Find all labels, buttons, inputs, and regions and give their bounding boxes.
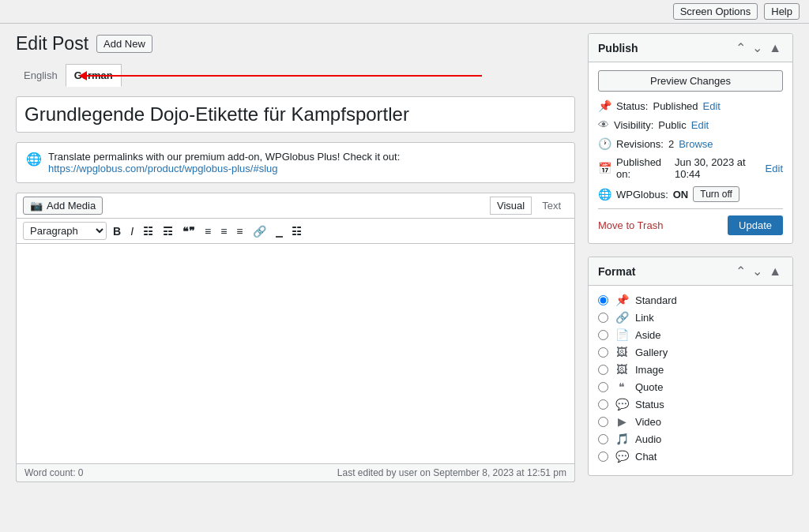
screen-options-bar: Screen Options Help: [0, 0, 809, 24]
horizontal-rule-button[interactable]: ⎯: [273, 223, 285, 239]
ordered-list-button[interactable]: ☶: [160, 223, 176, 239]
help-button[interactable]: Help: [764, 3, 800, 20]
calendar-icon: 📅: [598, 162, 611, 174]
format-box-body: 📌Standard🔗Link📄Aside🖼Gallery🖼Image❝Quote…: [589, 286, 792, 475]
editor-top-toolbar: 📷 Add Media Visual Text: [16, 193, 575, 218]
format-option-quote: ❝Quote: [598, 380, 783, 393]
publish-toggle-button[interactable]: ▲: [767, 41, 783, 55]
paragraph-select[interactable]: Paragraph Heading 1 Heading 2 Heading 3 …: [23, 222, 107, 240]
format-radio-video[interactable]: [598, 417, 608, 427]
format-label-aside[interactable]: Aside: [635, 329, 661, 341]
main-content: Edit Post Add New English German 🌐 Trans…: [0, 24, 809, 498]
publish-box-body: Preview Changes 📌 Status: Published Edit…: [589, 62, 792, 243]
editor-body[interactable]: [16, 243, 575, 464]
format-label-image[interactable]: Image: [635, 364, 664, 376]
toolbar-toggle-button[interactable]: ☷: [288, 223, 305, 239]
update-button[interactable]: Update: [728, 215, 783, 235]
red-arrow-indicator: [79, 71, 482, 81]
wpglobus-turn-off-button[interactable]: Turn off: [693, 186, 739, 202]
format-radio-quote[interactable]: [598, 382, 608, 392]
format-icon-video: ▶: [615, 415, 629, 428]
format-label-gallery[interactable]: Gallery: [635, 347, 668, 358]
format-option-video: ▶Video: [598, 415, 783, 428]
format-radio-image[interactable]: [598, 365, 608, 375]
publish-box-header: Publish ⌃ ⌄ ▲: [589, 34, 792, 62]
format-radio-chat[interactable]: [598, 451, 608, 462]
format-label-audio[interactable]: Audio: [635, 433, 661, 445]
preview-changes-button[interactable]: Preview Changes: [598, 70, 783, 92]
published-on-edit-link[interactable]: Edit: [766, 163, 783, 174]
wpglobus-label: WPGlobus:: [616, 189, 668, 200]
format-label-standard[interactable]: Standard: [635, 294, 677, 306]
format-label-quote[interactable]: Quote: [635, 381, 663, 393]
visibility-value: Public: [658, 119, 686, 131]
permalink-link[interactable]: https://wpglobus.com/product/wpglobus-pl…: [48, 163, 278, 174]
post-title-input[interactable]: [16, 96, 575, 133]
format-icon-gallery: 🖼: [615, 346, 629, 358]
arrow-line: [87, 75, 482, 77]
format-icon-audio: 🎵: [615, 433, 629, 445]
wpglobus-status: ON: [673, 189, 689, 200]
format-collapse-up-button[interactable]: ⌃: [734, 264, 747, 279]
format-label-chat[interactable]: Chat: [635, 451, 657, 463]
add-media-button[interactable]: 📷 Add Media: [23, 197, 103, 215]
align-left-button[interactable]: ≡: [201, 223, 214, 239]
visibility-edit-link[interactable]: Edit: [691, 119, 709, 131]
editor-footer: Word count: 0 Last edited by user on Sep…: [16, 464, 575, 482]
tab-visual[interactable]: Visual: [490, 197, 532, 215]
format-collapse-down-button[interactable]: ⌄: [751, 264, 764, 279]
format-radio-link[interactable]: [598, 313, 608, 323]
revisions-icon: 🕐: [598, 137, 611, 150]
format-radio-status[interactable]: [598, 399, 608, 410]
format-option-image: 🖼Image: [598, 363, 783, 376]
status-edit-link[interactable]: Edit: [703, 100, 721, 112]
format-option-audio: 🎵Audio: [598, 433, 783, 445]
bold-button[interactable]: B: [110, 223, 124, 239]
revisions-browse-link[interactable]: Browse: [679, 138, 713, 150]
page-title-row: Edit Post Add New: [16, 33, 575, 54]
publish-revisions-row: 🕐 Revisions: 2 Browse: [598, 137, 783, 150]
format-radio-aside[interactable]: [598, 330, 608, 340]
permalink-text: Translate permalinks with our premium ad…: [48, 151, 565, 174]
format-icon-quote: ❝: [615, 380, 629, 393]
revisions-value: 2: [668, 138, 674, 150]
format-radio-audio[interactable]: [598, 434, 608, 444]
unordered-list-button[interactable]: ☷: [140, 223, 156, 239]
screen-options-button[interactable]: Screen Options: [673, 3, 758, 20]
italic-button[interactable]: I: [127, 223, 137, 239]
format-icon-link: 🔗: [615, 311, 629, 324]
published-on-value: Jun 30, 2023 at 10:44: [675, 156, 761, 180]
move-to-trash-link[interactable]: Move to Trash: [598, 219, 663, 231]
format-icon-chat: 💬: [615, 450, 629, 463]
word-count: Word count: 0: [24, 467, 83, 478]
align-center-button[interactable]: ≡: [217, 223, 230, 239]
format-label-video[interactable]: Video: [635, 416, 661, 428]
publish-status-row: 📌 Status: Published Edit: [598, 99, 783, 112]
format-toggle-button[interactable]: ▲: [767, 264, 783, 279]
format-icon-aside: 📄: [615, 328, 629, 341]
tab-text[interactable]: Text: [535, 197, 568, 215]
format-radio-standard[interactable]: [598, 295, 608, 305]
format-label-link[interactable]: Link: [635, 312, 654, 324]
language-tabs: English German: [16, 64, 575, 87]
insert-link-button[interactable]: 🔗: [250, 223, 269, 239]
publish-separator: [598, 208, 783, 209]
right-panel: Publish ⌃ ⌄ ▲ Preview Changes 📌 Status: …: [588, 33, 793, 489]
editor-wrap: 📷 Add Media Visual Text Paragraph Headin…: [16, 193, 575, 482]
blockquote-button[interactable]: ❝❞: [179, 223, 198, 239]
format-label-status[interactable]: Status: [635, 399, 664, 410]
publish-collapse-down-button[interactable]: ⌄: [751, 40, 764, 55]
format-radio-gallery[interactable]: [598, 347, 608, 358]
wpglobus-icon: 🌐: [598, 188, 611, 200]
view-tabs: Visual Text: [490, 197, 568, 215]
publish-visibility-row: 👁 Visibility: Public Edit: [598, 118, 783, 131]
permalink-prefix: Translate permalinks with our premium ad…: [48, 151, 400, 163]
add-media-label: Add Media: [47, 200, 96, 212]
add-new-button[interactable]: Add New: [96, 35, 152, 53]
publish-collapse-up-button[interactable]: ⌃: [734, 40, 747, 55]
align-right-button[interactable]: ≡: [233, 223, 246, 239]
tab-english[interactable]: English: [16, 65, 66, 86]
publish-actions: Move to Trash Update: [598, 215, 783, 235]
page-title: Edit Post: [16, 33, 88, 54]
status-icon: 📌: [598, 99, 611, 112]
